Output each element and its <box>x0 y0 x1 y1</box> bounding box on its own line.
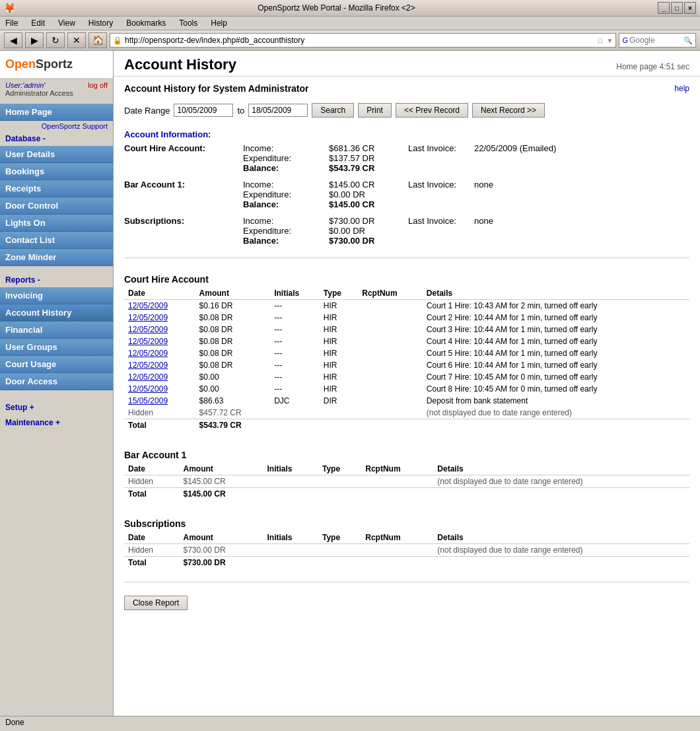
sidebar-item-door-control[interactable]: Door Control <box>0 197 113 215</box>
sidebar-item-zone-minder[interactable]: Zone Minder <box>0 249 113 266</box>
username-link[interactable]: User:'admin' <box>5 81 45 89</box>
sidebar-item-user-groups[interactable]: User Groups <box>0 339 113 356</box>
type-cell: HIR <box>320 324 358 335</box>
stop-button[interactable]: ✕ <box>67 32 86 48</box>
date-link[interactable]: 12/05/2009 <box>124 324 195 335</box>
subs-last-invoice-label: Last Invoice: <box>408 216 474 226</box>
sidebar-item-receipts[interactable]: Receipts <box>0 180 113 197</box>
close-button[interactable]: × <box>684 2 696 14</box>
prev-record-button[interactable]: << Prev Record <box>396 103 468 118</box>
browser-search-box[interactable]: G 🔍 <box>619 33 696 48</box>
bar-account-table-title: Bar Account 1 <box>124 444 689 460</box>
date-from-input[interactable] <box>174 104 233 117</box>
home-nav-button[interactable]: 🏠 <box>88 32 107 48</box>
sidebar-reports-header[interactable]: Reports - <box>0 273 113 287</box>
bar-col-date: Date <box>124 463 180 475</box>
account-info-section: Account Information: Court Hire Account:… <box>124 129 689 258</box>
table-row: 12/05/2009 $0.16 DR --- HIR Court 1 Hire… <box>124 300 689 312</box>
menu-help[interactable]: Help <box>208 18 230 28</box>
lock-icon: 🔒 <box>113 36 122 45</box>
date-link[interactable]: 15/05/2009 <box>124 395 195 407</box>
date-link[interactable]: 12/05/2009 <box>124 347 195 359</box>
date-link[interactable]: 12/05/2009 <box>124 335 195 347</box>
help-link[interactable]: help <box>674 84 689 93</box>
sidebar-item-contact-list[interactable]: Contact List <box>0 232 113 249</box>
sidebar-item-bookings[interactable]: Bookings <box>0 163 113 180</box>
address-bar[interactable]: 🔒 ☆ ▼ <box>110 33 616 48</box>
search-button[interactable]: Search <box>312 103 354 118</box>
table-row: 12/05/2009 $0.08 DR --- HIR Court 3 Hire… <box>124 324 689 335</box>
logoff-link[interactable]: log off <box>88 81 108 89</box>
subscriptions-table: Date Amount Initials Type RcptNum Detail… <box>124 532 689 569</box>
col-date: Date <box>124 287 195 300</box>
date-link[interactable]: 12/05/2009 <box>124 371 195 383</box>
table-row: Hidden $145.00 CR (not displayed due to … <box>124 475 689 488</box>
next-record-button[interactable]: Next Record >> <box>472 103 545 118</box>
menu-edit[interactable]: Edit <box>28 18 48 28</box>
window-controls[interactable]: _ □ × <box>658 2 696 14</box>
sidebar-item-court-usage[interactable]: Court Usage <box>0 356 113 373</box>
rcptnum-cell <box>358 395 423 407</box>
subs-table-header: Date Amount Initials Type RcptNum Detail… <box>124 532 689 544</box>
maintenance-link[interactable]: Maintenance + <box>5 418 60 427</box>
court-hire-table-section: Court Hire Account Date Amount Initials … <box>124 269 689 431</box>
date-to-input[interactable] <box>248 104 308 117</box>
sidebar-item-financial[interactable]: Financial <box>0 322 113 339</box>
bar-account-table-section: Bar Account 1 Date Amount Initials Type … <box>124 444 689 500</box>
sidebar-item-account-history[interactable]: Account History <box>0 304 113 322</box>
print-button[interactable]: Print <box>358 103 392 118</box>
court-hire-balance-label: Balance: <box>243 163 329 173</box>
close-report-button[interactable]: Close Report <box>124 596 188 610</box>
sidebar-item-invoicing[interactable]: Invoicing <box>0 287 113 304</box>
maintenance-section: Maintenance + <box>0 415 113 430</box>
sidebar-item-user-details[interactable]: User Details <box>0 146 113 163</box>
sidebar-item-lights-on[interactable]: Lights On <box>0 215 113 232</box>
table-row: Hidden $457.72 CR (not displayed due to … <box>124 407 689 419</box>
bookmark-icon[interactable]: ☆ <box>596 36 604 46</box>
menu-history[interactable]: History <box>86 18 116 28</box>
browser-titlebar: 🦊 OpenSportz Web Portal - Mozilla Firefo… <box>0 0 700 17</box>
menu-bookmarks[interactable]: Bookmarks <box>123 18 168 28</box>
amount-cell: $0.08 DR <box>195 359 271 371</box>
refresh-button[interactable]: ↻ <box>46 32 65 48</box>
date-link[interactable]: 12/05/2009 <box>124 300 195 312</box>
date-link[interactable]: 12/05/2009 <box>124 312 195 324</box>
rcptnum-cell <box>358 312 423 324</box>
dropdown-icon[interactable]: ▼ <box>607 37 613 44</box>
back-button[interactable]: ◀ <box>4 32 22 48</box>
court-hire-last-invoice-label: Last Invoice: <box>408 143 474 153</box>
subscriptions-label: Subscriptions: <box>124 216 243 226</box>
search-submit-icon[interactable]: 🔍 <box>683 36 693 45</box>
date-link[interactable]: 12/05/2009 <box>124 359 195 371</box>
initials-cell: --- <box>270 324 320 335</box>
court-hire-total-row: Total $543.79 CR <box>124 419 689 432</box>
bar-col-amount: Amount <box>180 463 263 475</box>
logo-open: Open <box>5 57 36 71</box>
content-area: Account History Home page 4:51 sec Accou… <box>114 51 700 716</box>
initials-cell: --- <box>270 371 320 383</box>
maximize-button[interactable]: □ <box>671 2 683 14</box>
support-link[interactable]: OpenSportz Support <box>0 121 113 131</box>
type-cell: HIR <box>320 347 358 359</box>
menu-file[interactable]: File <box>3 18 20 28</box>
sidebar-item-door-access[interactable]: Door Access <box>0 373 113 390</box>
url-input[interactable] <box>125 36 594 45</box>
date-link[interactable]: 12/05/2009 <box>124 383 195 395</box>
subscriptions-name-row: Subscriptions: Income: $730.00 DR Last I… <box>124 216 493 226</box>
menu-tools[interactable]: Tools <box>176 18 200 28</box>
menu-view[interactable]: View <box>55 18 78 28</box>
subs-col-type: Type <box>318 532 361 544</box>
forward-button[interactable]: ▶ <box>25 32 44 48</box>
type-cell: HIR <box>320 371 358 383</box>
col-initials: Initials <box>270 287 320 300</box>
amount-cell: $0.08 DR <box>195 324 271 335</box>
sidebar-item-home-page[interactable]: Home Page <box>0 104 113 121</box>
table-row: 12/05/2009 $0.08 DR --- HIR Court 5 Hire… <box>124 347 689 359</box>
sidebar-database-header[interactable]: Database - <box>0 131 113 146</box>
minimize-button[interactable]: _ <box>658 2 670 14</box>
rcptnum-cell <box>358 324 423 335</box>
setup-link[interactable]: Setup + <box>5 403 34 412</box>
user-area: User:'admin' log off Administrator Acces… <box>0 79 113 100</box>
details-cell: Court 5 Hire: 10:44 AM for 1 min, turned… <box>423 347 689 359</box>
browser-search-input[interactable] <box>629 36 682 45</box>
